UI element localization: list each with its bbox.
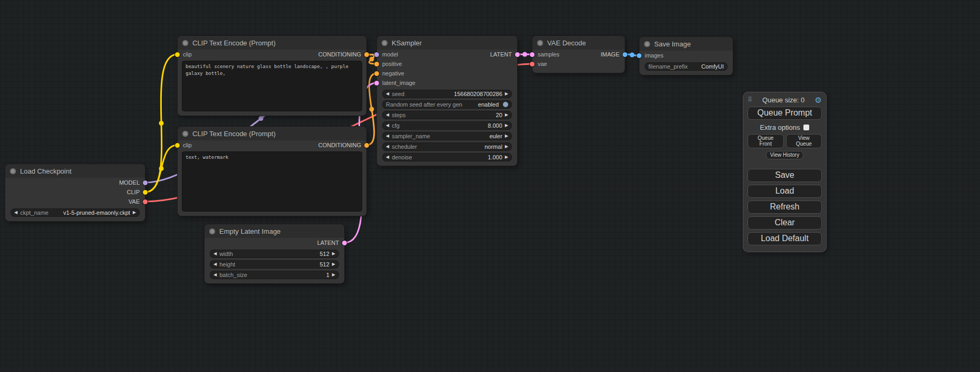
- decrement-arrow-icon[interactable]: ◀: [386, 123, 389, 128]
- increment-arrow-icon[interactable]: ▶: [332, 252, 335, 256]
- slot-row: MODEL: [5, 178, 145, 187]
- collapse-toggle-icon[interactable]: [644, 41, 650, 47]
- input-dot-clip[interactable]: [175, 143, 180, 148]
- extra-options-checkbox[interactable]: [803, 125, 809, 130]
- collapse-toggle-icon[interactable]: [537, 40, 543, 46]
- widget-label: steps: [392, 112, 405, 118]
- slot-row: latent_image: [377, 78, 517, 88]
- increment-arrow-icon[interactable]: ▶: [505, 113, 508, 117]
- decrement-arrow-icon[interactable]: ◀: [386, 113, 389, 117]
- node-title-bar[interactable]: CLIP Text Encode (Prompt): [178, 127, 366, 140]
- increment-arrow-icon[interactable]: ▶: [332, 262, 335, 266]
- widget-label: denoise: [392, 154, 412, 160]
- decrement-arrow-icon[interactable]: ◀: [214, 252, 217, 256]
- widget-value: 512: [319, 251, 329, 257]
- node-title-bar[interactable]: Save Image: [639, 37, 733, 51]
- width-widget[interactable]: ◀width512▶: [210, 250, 339, 258]
- filename-prefix-widget[interactable]: filename_prefixComfyUI: [645, 62, 727, 71]
- output-dot-VAE[interactable]: [143, 199, 148, 204]
- queue-front-button[interactable]: Queue Front: [748, 134, 784, 148]
- output-dot-CLIP[interactable]: [143, 190, 148, 195]
- node-clip-positive[interactable]: CLIP Text Encode (Prompt)clipCONDITIONIN…: [178, 36, 366, 116]
- output-dot-CONDITIONING[interactable]: [364, 143, 369, 148]
- node-vae-decode[interactable]: VAE DecodesamplesIMAGEvae: [532, 36, 625, 73]
- widget-value: normal: [484, 144, 502, 150]
- view-queue-button[interactable]: View Queue: [786, 134, 822, 148]
- node-title-bar[interactable]: KSampler: [377, 36, 517, 50]
- scheduler-widget[interactable]: ◀schedulernormal▶: [382, 142, 512, 151]
- ckpt-name-widget[interactable]: ◀ckpt_namev1-5-pruned-emaonly.ckpt▶: [11, 208, 140, 217]
- seed-widget[interactable]: ◀seed156680208700286▶: [382, 90, 512, 98]
- collapse-toggle-icon[interactable]: [10, 168, 16, 174]
- height-widget[interactable]: ◀height512▶: [210, 260, 339, 269]
- output-dot-LATENT[interactable]: [342, 241, 347, 245]
- settings-gear-icon[interactable]: ⚙: [815, 96, 822, 104]
- random-seed-after-every-gen-widget[interactable]: Random seed after every genenabled: [382, 100, 512, 109]
- increment-arrow-icon[interactable]: ▶: [133, 211, 136, 215]
- input-dot-vae[interactable]: [530, 62, 535, 66]
- slot-row: CLIP: [5, 187, 145, 197]
- clear-button[interactable]: Clear: [748, 216, 822, 230]
- node-title-bar[interactable]: Load Checkpoint: [5, 164, 145, 178]
- increment-arrow-icon[interactable]: ▶: [505, 123, 508, 128]
- denoise-widget[interactable]: ◀denoise1.000▶: [382, 153, 512, 161]
- node-load-checkpoint[interactable]: Load CheckpointMODELCLIPVAE◀ckpt_namev1-…: [5, 164, 145, 221]
- node-title-bar[interactable]: VAE Decode: [532, 36, 625, 50]
- node-empty-latent[interactable]: Empty Latent ImageLATENT◀width512▶◀heigh…: [205, 224, 344, 283]
- decrement-arrow-icon[interactable]: ◀: [386, 92, 389, 96]
- output-slot-label: VAE: [129, 198, 140, 205]
- toggle-dot-icon[interactable]: [503, 102, 508, 107]
- refresh-button[interactable]: Refresh: [748, 201, 822, 214]
- increment-arrow-icon[interactable]: ▶: [332, 273, 335, 277]
- decrement-arrow-icon[interactable]: ◀: [386, 155, 389, 159]
- increment-arrow-icon[interactable]: ▶: [505, 92, 508, 96]
- cfg-widget[interactable]: ◀cfg8.000▶: [382, 121, 512, 130]
- collapse-toggle-icon[interactable]: [182, 40, 188, 46]
- input-dot-model[interactable]: [374, 52, 379, 57]
- collapse-toggle-icon[interactable]: [182, 131, 188, 137]
- decrement-arrow-icon[interactable]: ◀: [214, 273, 217, 277]
- load-default-button[interactable]: Load Default: [748, 232, 822, 245]
- decrement-arrow-icon[interactable]: ◀: [14, 211, 17, 215]
- input-dot-images[interactable]: [637, 53, 642, 58]
- output-dot-MODEL[interactable]: [143, 180, 148, 185]
- increment-arrow-icon[interactable]: ▶: [505, 155, 508, 159]
- prompt-text-input[interactable]: beautiful scenery nature glass bottle la…: [182, 61, 362, 111]
- input-dot-clip[interactable]: [175, 52, 180, 57]
- output-dot-IMAGE[interactable]: [623, 52, 627, 57]
- steps-widget[interactable]: ◀steps20▶: [382, 111, 512, 119]
- node-layer: Load CheckpointMODELCLIPVAE◀ckpt_namev1-…: [0, 0, 980, 372]
- collapse-toggle-icon[interactable]: [209, 228, 215, 234]
- queue-prompt-button[interactable]: Queue Prompt: [748, 107, 822, 120]
- view-history-button[interactable]: View History: [766, 151, 803, 159]
- view-history-row: View History: [748, 151, 822, 159]
- input-dot-positive[interactable]: [374, 62, 379, 66]
- output-dot-LATENT[interactable]: [515, 52, 520, 57]
- decrement-arrow-icon[interactable]: ◀: [386, 134, 389, 138]
- node-ksampler[interactable]: KSamplermodelLATENTpositivenegativelaten…: [377, 36, 517, 166]
- prompt-text-input[interactable]: text, watermark: [182, 151, 362, 212]
- input-dot-negative[interactable]: [374, 71, 379, 76]
- decrement-arrow-icon[interactable]: ◀: [214, 262, 217, 266]
- slot-row: vae: [532, 59, 625, 69]
- node-title-bar[interactable]: Empty Latent Image: [205, 224, 344, 238]
- save-button[interactable]: Save: [748, 169, 822, 182]
- collapse-toggle-icon[interactable]: [382, 40, 387, 46]
- node-clip-negative[interactable]: CLIP Text Encode (Prompt)clipCONDITIONIN…: [178, 127, 366, 216]
- node-title-bar[interactable]: CLIP Text Encode (Prompt): [178, 36, 366, 50]
- input-dot-samples[interactable]: [530, 52, 535, 57]
- batch-size-widget[interactable]: ◀batch_size1▶: [210, 271, 339, 279]
- drag-handle-icon[interactable]: ⠿: [748, 96, 752, 103]
- decrement-arrow-icon[interactable]: ◀: [386, 145, 389, 149]
- increment-arrow-icon[interactable]: ▶: [505, 134, 508, 138]
- output-dot-CONDITIONING[interactable]: [364, 52, 369, 57]
- increment-arrow-icon[interactable]: ▶: [505, 145, 508, 149]
- graph-canvas[interactable]: Load CheckpointMODELCLIPVAE◀ckpt_namev1-…: [0, 0, 980, 372]
- load-button[interactable]: Load: [748, 185, 822, 198]
- widget-value: 8.000: [488, 122, 502, 129]
- sampler-name-widget[interactable]: ◀sampler_nameeuler▶: [382, 132, 512, 140]
- extra-options-row: Extra options: [748, 123, 822, 131]
- input-dot-latent_image[interactable]: [374, 81, 379, 85]
- input-slot-label: images: [645, 52, 663, 59]
- node-save-image[interactable]: Save Imageimagesfilename_prefixComfyUI: [639, 37, 733, 75]
